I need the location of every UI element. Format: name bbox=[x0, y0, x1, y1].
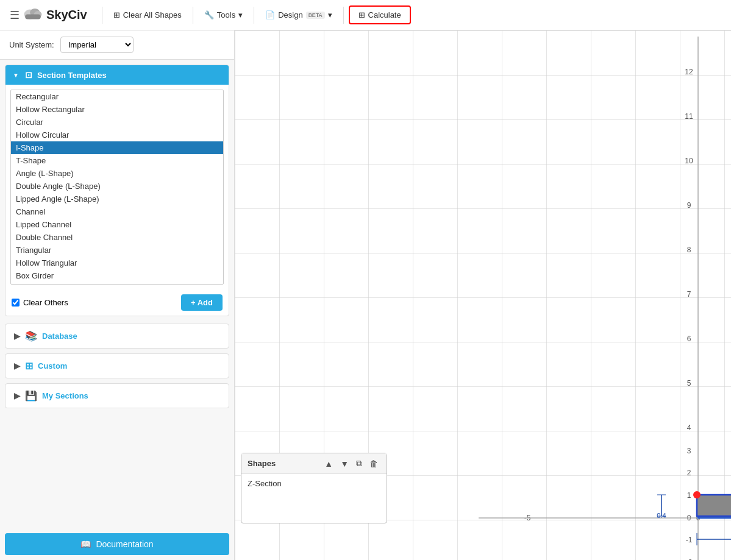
svg-text:2: 2 bbox=[687, 469, 691, 477]
nav-divider-1 bbox=[102, 7, 102, 24]
design-chevron-icon: ▾ bbox=[328, 10, 332, 19]
panel-footer: Clear Others + Add bbox=[5, 289, 229, 316]
svg-rect-3 bbox=[25, 14, 41, 19]
section-list-item[interactable]: Rectangular bbox=[11, 90, 223, 103]
section-list-item[interactable]: Double Channel bbox=[11, 231, 223, 244]
shapes-list: Z-Section bbox=[241, 474, 387, 523]
clear-all-shapes-button[interactable]: ⊞ Clear All Shapes bbox=[105, 5, 190, 24]
shape-item[interactable]: Z-Section bbox=[244, 477, 384, 491]
svg-text:11: 11 bbox=[685, 112, 693, 121]
design-beta-badge: BETA bbox=[306, 12, 325, 19]
my-sections-icon: 💾 bbox=[25, 390, 37, 402]
nav-divider-4 bbox=[343, 7, 344, 24]
svg-text:1: 1 bbox=[687, 491, 691, 500]
my-sections-header[interactable]: ▶ 💾 My Sections bbox=[5, 384, 229, 408]
svg-text:4: 4 bbox=[687, 424, 691, 432]
svg-text:10: 10 bbox=[685, 157, 693, 165]
section-list-container[interactable]: RectangularHollow RectangularCircularHol… bbox=[10, 90, 224, 285]
template-icon: ⊡ bbox=[25, 70, 32, 80]
section-list-item[interactable]: Double Angle (L-Shape) bbox=[11, 180, 223, 193]
custom-label: Custom bbox=[38, 361, 67, 370]
svg-point-50 bbox=[693, 491, 701, 498]
nav-divider-3 bbox=[254, 7, 254, 24]
unit-system-label: Unit System: bbox=[9, 40, 54, 49]
shapes-panel-header: Shapes ▲ ▼ ⧉ 🗑 bbox=[241, 453, 387, 474]
grid-canvas[interactable]: 12 11 10 9 8 7 6 5 4 3 2 1 0 -1 -2 -3 -5… bbox=[235, 30, 731, 560]
shapes-title: Shapes bbox=[248, 459, 276, 468]
calculate-icon: ⊞ bbox=[358, 10, 365, 19]
section-templates-panel: ▼ ⊡ Section Templates RectangularHollow … bbox=[5, 65, 229, 316]
calculate-label: Calculate bbox=[368, 10, 401, 19]
custom-panel: ▶ ⊞ Custom bbox=[5, 353, 229, 378]
calculate-button[interactable]: ⊞ Calculate bbox=[349, 5, 411, 24]
shapes-actions: ▲ ▼ ⧉ 🗑 bbox=[322, 457, 380, 470]
database-panel: ▶ 📚 Database bbox=[5, 324, 229, 349]
shape-move-down-button[interactable]: ▼ bbox=[338, 457, 351, 470]
database-icon: 📚 bbox=[25, 330, 37, 342]
svg-text:6: 6 bbox=[687, 335, 691, 343]
my-sections-label: My Sections bbox=[42, 391, 88, 400]
shape-copy-button[interactable]: ⧉ bbox=[354, 457, 365, 470]
main-layout: Unit System: Imperial Metric ▼ ⊡ Section… bbox=[0, 30, 731, 560]
svg-text:9: 9 bbox=[687, 201, 691, 210]
section-list-item[interactable]: Lipped Angle (L-Shape) bbox=[11, 193, 223, 205]
hamburger-icon: ☰ bbox=[10, 9, 20, 22]
svg-text:8: 8 bbox=[687, 246, 691, 254]
section-templates-header[interactable]: ▼ ⊡ Section Templates bbox=[5, 65, 229, 85]
clear-others-label: Clear Others bbox=[23, 298, 68, 307]
collapse-icon: ▼ bbox=[13, 72, 19, 79]
section-list-item[interactable]: Hollow Triangular bbox=[11, 257, 223, 269]
shape-delete-button[interactable]: 🗑 bbox=[367, 457, 380, 470]
design-button[interactable]: 📄 Design BETA ▾ bbox=[257, 5, 340, 24]
unit-system-row: Unit System: Imperial Metric bbox=[0, 30, 234, 60]
hamburger-button[interactable]: ☰ bbox=[6, 5, 23, 26]
documentation-button[interactable]: 📖 Documentation bbox=[5, 533, 229, 555]
svg-text:5: 5 bbox=[687, 379, 691, 388]
database-header[interactable]: ▶ 📚 Database bbox=[5, 324, 229, 348]
logo: SkyCiv bbox=[23, 4, 87, 27]
tools-chevron-icon: ▾ bbox=[238, 10, 243, 19]
tools-label: Tools bbox=[217, 10, 235, 19]
design-label: Design bbox=[278, 10, 302, 19]
unit-system-select[interactable]: Imperial Metric bbox=[60, 37, 134, 53]
shape-move-up-button[interactable]: ▲ bbox=[322, 457, 335, 470]
section-list-item[interactable]: Box Girder bbox=[11, 269, 223, 282]
svg-text:0.4: 0.4 bbox=[657, 512, 666, 519]
expand-icon-3: ▶ bbox=[14, 391, 20, 400]
sidebar: Unit System: Imperial Metric ▼ ⊡ Section… bbox=[0, 30, 235, 560]
clear-others-checkbox[interactable] bbox=[12, 299, 20, 307]
section-list-item[interactable]: Hollow Circular bbox=[11, 129, 223, 141]
section-list-item[interactable]: Triangular bbox=[11, 244, 223, 257]
design-icon: 📄 bbox=[265, 10, 275, 19]
custom-header[interactable]: ▶ ⊞ Custom bbox=[5, 354, 229, 378]
section-list: RectangularHollow RectangularCircularHol… bbox=[11, 90, 223, 285]
navbar: ☰ SkyCiv ⊞ Clear All Shapes 🔧 Tools ▾ 📄 … bbox=[0, 0, 731, 30]
expand-icon-2: ▶ bbox=[14, 361, 20, 370]
doc-icon: 📖 bbox=[80, 539, 91, 549]
clear-others-checkbox-label[interactable]: Clear Others bbox=[12, 298, 68, 307]
section-list-item[interactable]: Z-Shape bbox=[11, 282, 223, 285]
add-button[interactable]: + Add bbox=[181, 294, 223, 311]
tools-button[interactable]: 🔧 Tools ▾ bbox=[196, 5, 251, 24]
clear-shapes-icon: ⊞ bbox=[113, 10, 120, 19]
database-label: Database bbox=[42, 331, 77, 341]
section-list-item[interactable]: Circular bbox=[11, 116, 223, 129]
section-templates-label: Section Templates bbox=[37, 71, 107, 80]
canvas-area[interactable]: 12 11 10 9 8 7 6 5 4 3 2 1 0 -1 -2 -3 -5… bbox=[235, 30, 731, 560]
expand-icon: ▶ bbox=[14, 331, 20, 341]
section-list-item[interactable]: Lipped Channel bbox=[11, 218, 223, 231]
section-list-item[interactable]: Channel bbox=[11, 205, 223, 218]
section-list-item[interactable]: T-Shape bbox=[11, 154, 223, 167]
logo-icon bbox=[23, 4, 43, 27]
logo-text: SkyCiv bbox=[46, 8, 87, 22]
my-sections-panel: ▶ 💾 My Sections bbox=[5, 383, 229, 408]
section-list-item[interactable]: I-Shape bbox=[11, 141, 223, 154]
section-list-item[interactable]: Angle (L-Shape) bbox=[11, 167, 223, 180]
svg-text:12: 12 bbox=[685, 68, 693, 76]
custom-icon: ⊞ bbox=[25, 360, 33, 372]
clear-shapes-label: Clear All Shapes bbox=[123, 10, 182, 19]
nav-divider-2 bbox=[193, 7, 193, 24]
svg-text:7: 7 bbox=[687, 290, 691, 299]
tools-icon: 🔧 bbox=[204, 10, 214, 19]
section-list-item[interactable]: Hollow Rectangular bbox=[11, 103, 223, 116]
